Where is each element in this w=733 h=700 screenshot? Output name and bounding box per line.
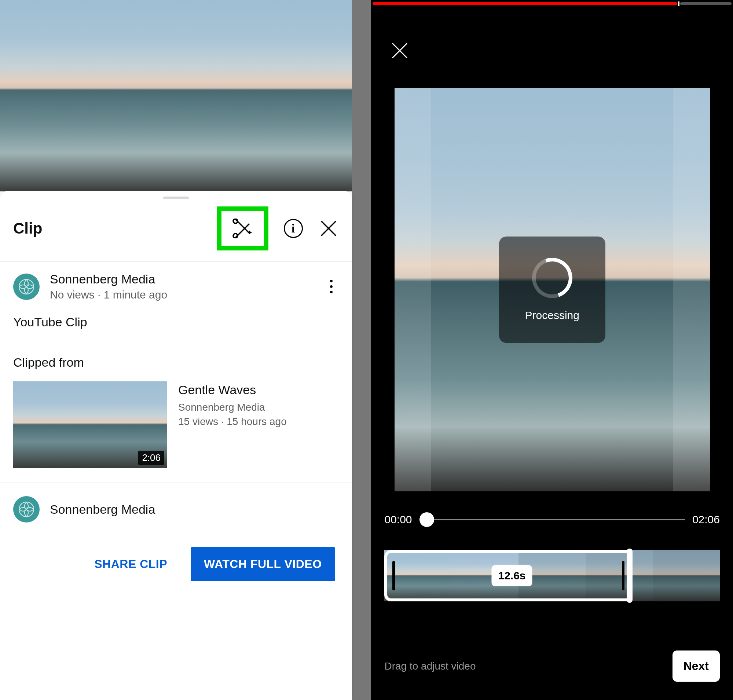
spinner-icon	[525, 251, 579, 305]
processing-label: Processing	[525, 309, 579, 322]
youtube-clip-screen: Clip i	[0, 0, 352, 700]
info-icon[interactable]: i	[283, 218, 304, 239]
video-preview[interactable]: Processing	[394, 88, 710, 491]
duration-badge: 2:06	[138, 451, 164, 465]
close-icon[interactable]	[389, 40, 411, 62]
watch-full-video-button[interactable]: WATCH FULL VIDEO	[191, 547, 335, 581]
clipped-from-label: Clipped from	[0, 344, 352, 377]
create-clip-icon[interactable]	[217, 206, 268, 250]
clip-channel-row[interactable]: Sonnenberg Media No views · 1 minute ago	[0, 262, 352, 311]
playback-scrubber[interactable]: 00:00 02:06	[384, 513, 720, 526]
channel-avatar	[13, 274, 40, 300]
channel-meta: No views · 1 minute ago	[50, 288, 314, 301]
crop-mask-left	[394, 88, 431, 491]
drag-hint: Drag to adjust video	[384, 660, 475, 672]
more-options-icon[interactable]	[324, 280, 339, 293]
creator-name: Sonnenberg Media	[50, 502, 155, 517]
crop-mask-right	[673, 88, 710, 491]
processing-overlay: Processing	[499, 237, 605, 343]
creator-row[interactable]: Sonnenberg Media	[0, 483, 352, 536]
scrub-track[interactable]	[419, 519, 685, 520]
video-player-preview[interactable]	[0, 0, 352, 191]
source-channel: Sonnenberg Media	[178, 400, 287, 414]
upload-progress-bar	[371, 0, 733, 5]
source-title: Gentle Waves	[178, 383, 287, 397]
trim-handle-right[interactable]	[627, 549, 633, 603]
clip-bottom-sheet: Clip i	[0, 191, 352, 700]
shorts-editor-screen: Processing 00:00 02:06 12.6s	[371, 0, 733, 700]
next-button[interactable]: Next	[673, 650, 720, 682]
close-icon[interactable]	[318, 218, 339, 239]
channel-name: Sonnenberg Media	[50, 272, 314, 286]
share-clip-button[interactable]: SHARE CLIP	[85, 550, 176, 578]
sheet-drag-handle[interactable]	[163, 197, 189, 199]
scrub-thumb[interactable]	[419, 512, 434, 527]
clip-description: YouTube Clip	[0, 311, 352, 344]
time-elapsed: 00:00	[384, 513, 412, 526]
selection-duration-chip: 12.6s	[492, 565, 532, 586]
source-thumbnail: 2:06	[13, 381, 167, 468]
trim-filmstrip[interactable]: 12.6s	[384, 550, 720, 601]
creator-avatar	[13, 496, 40, 522]
source-video-row[interactable]: 2:06 Gentle Waves Sonnenberg Media 15 vi…	[0, 377, 352, 482]
source-meta: 15 views · 15 hours ago	[178, 414, 287, 429]
time-total: 02:06	[692, 513, 720, 526]
sheet-title: Clip	[13, 220, 217, 237]
